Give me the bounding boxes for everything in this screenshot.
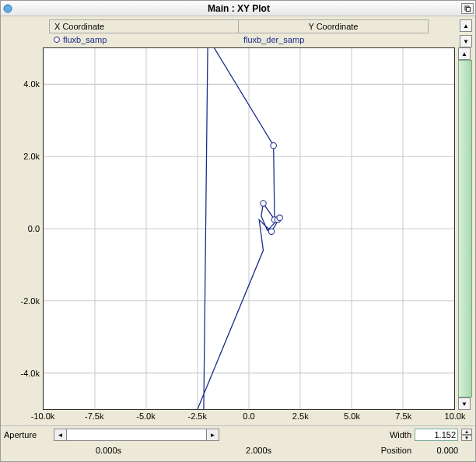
legend-y-header: Y Coordinate [239,20,428,33]
legend-y-series-label: fluxb_der_samp [243,35,304,44]
time-end: 2.000s [246,446,271,455]
width-readout: Width ▲ ▼ [390,429,472,441]
x-axis: -10.0k-7.5k-5.0k-2.5k0.02.5k5.0k7.5k10.0… [43,410,455,424]
svg-point-18 [261,201,266,206]
vzoom-track[interactable] [458,60,472,397]
x-tick-label: 10.0k [445,411,466,421]
legend-scroll-down-button[interactable]: ▼ [460,35,472,47]
position-value: 0.000 [416,446,458,455]
legend-x-header: X Coordinate [50,20,239,33]
legend-row[interactable]: fluxb_samp fluxb_der_samp [49,33,429,46]
width-label: Width [390,430,411,439]
aperture-track[interactable] [67,429,206,440]
aperture-scrollbar[interactable]: ◄ ► [54,429,219,441]
width-spin-up[interactable]: ▲ [461,429,472,435]
x-tick-label: -2.5k [188,411,207,421]
svg-point-0 [4,5,12,12]
legend-y-series: fluxb_der_samp [239,33,429,46]
legend-header: X Coordinate Y Coordinate [49,19,429,33]
y-tick-label: 4.0k [4,79,40,89]
x-tick-label: 0.0 [243,411,254,421]
legend-scrollbar: ▲ ▼ [460,19,472,47]
width-input[interactable] [415,429,458,441]
y-axis: -4.0k-2.0k0.02.0k4.0k [4,47,43,410]
y-tick-label: 0.0 [4,224,40,233]
window-title: Main : XY Plot [16,3,461,14]
plot-row: -4.0k-2.0k0.02.0k4.0k ▲ ▼ [4,47,472,410]
svg-point-17 [271,143,276,149]
titlebar: Main : XY Plot [1,1,475,16]
vzoom-down-button[interactable]: ▼ [458,397,471,410]
restore-button[interactable] [461,3,474,14]
legend-x-series-label: fluxb_samp [63,35,107,44]
plot-svg [44,48,454,409]
position-label: Position [381,446,411,455]
y-tick-label: -4.0k [4,369,40,378]
x-tick-label: 7.5k [395,411,411,421]
legend: X Coordinate Y Coordinate fluxb_samp flu… [4,19,472,47]
vzoom-up-button[interactable]: ▲ [458,47,471,60]
x-tick-label: -10.0k [31,411,55,421]
app-icon [2,3,13,14]
y-tick-label: -2.0k [4,296,40,306]
svg-rect-2 [467,7,471,11]
legend-scroll-up-button[interactable]: ▲ [460,19,472,32]
width-spinner[interactable]: ▲ ▼ [461,429,472,441]
aperture-right-button[interactable]: ► [206,429,219,440]
x-tick-label: -7.5k [85,411,103,421]
aperture-label: Aperture [4,430,51,439]
y-tick-label: 2.0k [4,152,40,161]
content: X Coordinate Y Coordinate fluxb_samp flu… [1,16,475,425]
bottom-panel: Aperture ◄ ► Width ▲ ▼ 0.000s 2.000s Pos… [1,425,475,461]
series-marker-icon [54,37,60,43]
x-tick-label: 2.5k [292,411,309,421]
svg-point-22 [268,229,274,234]
legend-x-series: fluxb_samp [49,33,239,46]
vertical-zoom-slider[interactable]: ▲ ▼ [458,47,472,410]
aperture-left-button[interactable]: ◄ [54,429,67,440]
x-tick-label: 5.0k [344,411,360,421]
plot-area[interactable] [43,47,455,410]
plot-window: Main : XY Plot X Coordinate Y Coordinate… [0,0,476,462]
svg-point-21 [277,215,282,220]
width-spin-down[interactable]: ▼ [461,435,472,441]
time-start: 0.000s [96,446,121,455]
x-tick-label: -5.0k [136,411,155,421]
